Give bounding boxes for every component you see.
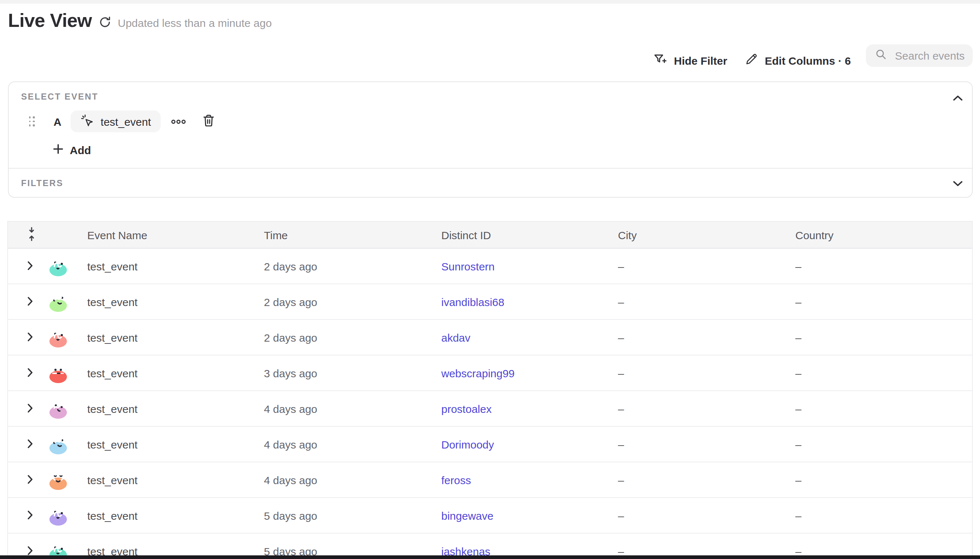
distinct-id-link[interactable]: Dorimoody — [435, 438, 611, 450]
trash-icon — [202, 113, 215, 130]
cell-country: – — [789, 296, 972, 308]
drag-handle[interactable] — [29, 116, 35, 126]
search-events-input[interactable] — [894, 49, 969, 63]
filters-label: FILTERS — [21, 178, 63, 188]
cell-city: – — [611, 260, 789, 272]
event-clause-row: A test_event — [9, 111, 972, 132]
distinct-id-link[interactable]: webscraping99 — [435, 367, 611, 379]
events-table: Event Name Time Distinct ID City Country… — [7, 221, 973, 559]
page-title: Live View — [8, 10, 92, 32]
cell-country: – — [789, 509, 972, 521]
table-row[interactable]: test_event 4 days ago feross – – — [8, 462, 972, 498]
avatar — [50, 477, 67, 490]
column-header-distinct-id: Distinct ID — [435, 228, 611, 241]
cell-city: – — [611, 438, 789, 450]
expand-row-button[interactable] — [28, 367, 33, 379]
add-event-button[interactable]: Add — [53, 144, 91, 156]
filters-section: FILTERS — [9, 168, 972, 198]
avatar — [50, 299, 67, 311]
distinct-id-link[interactable]: prostoalex — [435, 402, 611, 415]
cell-time: 4 days ago — [257, 402, 435, 415]
cell-time: 2 days ago — [257, 260, 435, 272]
column-header-city: City — [611, 228, 789, 241]
table-row[interactable]: test_event 3 days ago webscraping99 – – — [8, 356, 972, 391]
table-row[interactable]: test_event 5 days ago bingewave – – — [8, 498, 972, 534]
cursor-click-icon — [81, 114, 94, 129]
select-event-section: SELECT EVENT A test_event — [9, 82, 972, 168]
expand-row-button[interactable] — [28, 331, 33, 344]
avatar — [50, 442, 67, 454]
table-row[interactable]: test_event 2 days ago Sunrostern – – — [8, 249, 972, 284]
select-event-label: SELECT EVENT — [21, 92, 99, 102]
collapse-rows-button[interactable] — [8, 226, 43, 244]
avatar-face — [50, 513, 67, 523]
table-row[interactable]: test_event 2 days ago ivandiblasi68 – – — [8, 284, 972, 320]
refresh-button[interactable] — [97, 15, 113, 31]
cell-time: 3 days ago — [257, 367, 435, 379]
distinct-id-link[interactable]: ivandiblasi68 — [435, 296, 611, 308]
cell-time: 2 days ago — [257, 296, 435, 308]
cell-event-name: test_event — [81, 331, 257, 344]
cell-time: 4 days ago — [257, 438, 435, 450]
selected-event-label: test_event — [101, 115, 151, 127]
avatar — [50, 263, 67, 276]
table-row[interactable]: test_event 4 days ago Dorimoody – – — [8, 427, 972, 462]
distinct-id-link[interactable]: Sunrostern — [435, 260, 611, 272]
edit-columns-button[interactable]: Edit Columns · 6 — [744, 52, 851, 68]
expand-row-button[interactable] — [28, 438, 33, 450]
cell-time: 5 days ago — [257, 509, 435, 521]
avatar — [50, 370, 67, 383]
avatar — [50, 406, 67, 418]
expand-row-button[interactable] — [28, 474, 33, 486]
expand-row-button[interactable] — [28, 260, 33, 272]
distinct-id-link[interactable]: bingewave — [435, 509, 611, 521]
search-events-box[interactable] — [866, 44, 973, 67]
event-options-button[interactable] — [169, 114, 187, 128]
expand-row-button[interactable] — [28, 296, 33, 308]
distinct-id-link[interactable]: akdav — [435, 331, 611, 344]
cell-event-name: test_event — [81, 367, 257, 379]
avatar-face — [50, 477, 67, 488]
hide-filter-button[interactable]: Hide Filter — [653, 52, 727, 69]
event-selector-pill[interactable]: test_event — [71, 111, 160, 132]
clause-letter: A — [53, 115, 61, 127]
cell-event-name: test_event — [81, 402, 257, 415]
delete-event-button[interactable] — [200, 112, 216, 131]
plus-icon — [53, 144, 63, 156]
collapse-select-event-button[interactable] — [952, 91, 964, 105]
cell-country: – — [789, 367, 972, 379]
cell-country: – — [789, 402, 972, 415]
cell-city: – — [611, 509, 789, 521]
cell-event-name: test_event — [81, 474, 257, 486]
cell-time: 2 days ago — [257, 331, 435, 344]
chevron-down-icon — [953, 178, 963, 189]
bottom-edge-bar — [0, 556, 980, 559]
hide-filter-label: Hide Filter — [674, 55, 727, 67]
expand-filters-button[interactable] — [952, 176, 964, 190]
cell-event-name: test_event — [81, 296, 257, 308]
avatar — [50, 513, 67, 525]
cell-city: – — [611, 296, 789, 308]
chevron-up-icon — [953, 92, 963, 103]
cell-city: – — [611, 367, 789, 379]
table-row[interactable]: test_event 4 days ago prostoalex – – — [8, 391, 972, 427]
column-header-event-name: Event Name — [81, 228, 257, 241]
table-body: test_event 2 days ago Sunrostern – – tes… — [8, 249, 972, 559]
cell-city: – — [611, 331, 789, 344]
cell-city: – — [611, 402, 789, 415]
top-strip — [0, 0, 980, 3]
expand-row-button[interactable] — [28, 509, 33, 521]
table-header: Event Name Time Distinct ID City Country — [8, 222, 972, 249]
query-builder-card: SELECT EVENT A test_event — [8, 81, 973, 198]
filter-plus-icon — [653, 52, 668, 69]
distinct-id-link[interactable]: feross — [435, 474, 611, 486]
table-row[interactable]: test_event 2 days ago akdav – – — [8, 320, 972, 356]
column-header-time: Time — [257, 228, 435, 241]
avatar-face — [50, 442, 67, 452]
ellipsis-icon — [170, 116, 186, 127]
avatar — [50, 335, 67, 347]
cell-country: – — [789, 438, 972, 450]
expand-row-button[interactable] — [28, 402, 33, 415]
refresh-icon — [98, 20, 112, 31]
edit-columns-label: Edit Columns · 6 — [765, 54, 851, 66]
